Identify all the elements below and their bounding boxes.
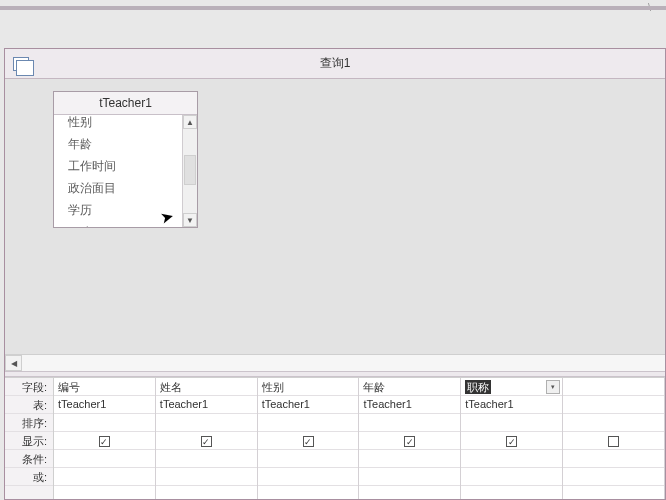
field-list[interactable]: 性别 年龄 工作时间 政治面目 学历 职称	[54, 115, 182, 227]
field-item[interactable]: 学历	[64, 199, 182, 221]
table-cell[interactable]: tTeacher1	[461, 396, 562, 414]
window-title: 查询1	[320, 55, 351, 72]
empty-cell[interactable]	[563, 414, 664, 432]
show-checkbox[interactable]	[608, 436, 619, 447]
label-or: 或:	[5, 468, 53, 486]
grid-column-empty[interactable]	[563, 378, 665, 499]
query-design-window: 查询1 tTeacher1 性别 年龄 工作时间 政治面目 学历 职称 ▲ ▼	[4, 48, 666, 500]
criteria-cell[interactable]	[359, 450, 460, 468]
field-list-scrollbar[interactable]: ▲ ▼	[182, 115, 197, 227]
scroll-track[interactable]	[22, 355, 665, 371]
table-cell[interactable]: tTeacher1	[258, 396, 359, 414]
sort-cell[interactable]	[359, 414, 460, 432]
grid-column: 性别tTeacher1✓	[258, 378, 360, 499]
grid-column: 职称▾tTeacher1✓	[461, 378, 563, 499]
or-cell[interactable]	[258, 468, 359, 486]
field-cell[interactable]: 编号	[54, 378, 155, 396]
grid-row-labels: 字段: 表: 排序: 显示: 条件: 或:	[5, 378, 54, 499]
table-box[interactable]: tTeacher1 性别 年龄 工作时间 政治面目 学历 职称 ▲ ▼	[53, 91, 198, 228]
sort-cell[interactable]	[461, 414, 562, 432]
show-cell[interactable]: ✓	[258, 432, 359, 450]
scroll-thumb[interactable]	[184, 155, 196, 185]
table-cell[interactable]: tTeacher1	[156, 396, 257, 414]
field-cell[interactable]: 性别	[258, 378, 359, 396]
grid-column: 年龄tTeacher1✓	[359, 378, 461, 499]
sort-cell[interactable]	[156, 414, 257, 432]
empty-cell[interactable]	[563, 468, 664, 486]
field-cell[interactable]: 姓名	[156, 378, 257, 396]
show-cell[interactable]: ✓	[359, 432, 460, 450]
criteria-cell[interactable]	[156, 450, 257, 468]
ribbon-strip	[0, 6, 666, 10]
show-checkbox[interactable]: ✓	[99, 436, 110, 447]
or-cell[interactable]	[54, 468, 155, 486]
label-show: 显示:	[5, 432, 53, 450]
table-box-title[interactable]: tTeacher1	[54, 92, 197, 115]
empty-cell[interactable]	[563, 378, 664, 396]
scroll-left-button[interactable]: ◀	[5, 355, 22, 371]
grid-column: 姓名tTeacher1✓	[156, 378, 258, 499]
query-icon	[13, 57, 29, 71]
criteria-cell[interactable]	[54, 450, 155, 468]
label-field: 字段:	[5, 378, 53, 396]
table-cell[interactable]: tTeacher1	[359, 396, 460, 414]
show-cell[interactable]: ✓	[156, 432, 257, 450]
field-cell[interactable]: 职称▾	[461, 378, 562, 396]
design-grid: 字段: 表: 排序: 显示: 条件: 或: 编号tTeacher1✓姓名tTea…	[5, 377, 665, 499]
field-item[interactable]: 性别	[64, 115, 182, 133]
dropdown-arrow-icon[interactable]: ▾	[546, 380, 560, 394]
criteria-cell[interactable]	[461, 450, 562, 468]
field-item[interactable]: 工作时间	[64, 155, 182, 177]
show-cell[interactable]: ✓	[461, 432, 562, 450]
empty-cell[interactable]	[563, 396, 664, 414]
field-item[interactable]: 政治面目	[64, 177, 182, 199]
show-checkbox[interactable]: ✓	[201, 436, 212, 447]
label-table: 表:	[5, 396, 53, 414]
sort-cell[interactable]	[54, 414, 155, 432]
label-sort: 排序:	[5, 414, 53, 432]
or-cell[interactable]	[461, 468, 562, 486]
empty-cell[interactable]	[563, 450, 664, 468]
show-cell[interactable]: ✓	[54, 432, 155, 450]
show-checkbox[interactable]: ✓	[303, 436, 314, 447]
show-checkbox[interactable]: ✓	[404, 436, 415, 447]
field-item[interactable]: 年龄	[64, 133, 182, 155]
or-cell[interactable]	[156, 468, 257, 486]
show-checkbox[interactable]: ✓	[506, 436, 517, 447]
grid-column: 编号tTeacher1✓	[54, 378, 156, 499]
sort-cell[interactable]	[258, 414, 359, 432]
diagram-hscroll[interactable]: ◀	[5, 354, 665, 371]
field-item[interactable]: 职称	[64, 221, 182, 227]
diagram-pane[interactable]: tTeacher1 性别 年龄 工作时间 政治面目 学历 职称 ▲ ▼ ➤	[5, 79, 665, 354]
empty-cell[interactable]	[563, 432, 664, 450]
label-criteria: 条件:	[5, 450, 53, 468]
scroll-down-button[interactable]: ▼	[183, 213, 197, 227]
criteria-cell[interactable]	[258, 450, 359, 468]
titlebar[interactable]: 查询1	[5, 49, 665, 79]
field-cell[interactable]: 年龄	[359, 378, 460, 396]
or-cell[interactable]	[359, 468, 460, 486]
scroll-up-button[interactable]: ▲	[183, 115, 197, 129]
table-cell[interactable]: tTeacher1	[54, 396, 155, 414]
